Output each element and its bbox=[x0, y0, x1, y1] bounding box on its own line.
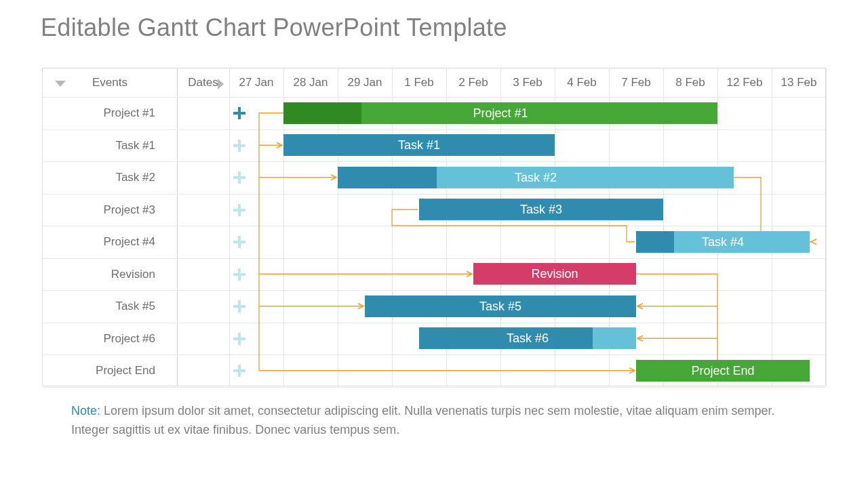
svg-rect-15 bbox=[233, 338, 245, 340]
row-label: Project End bbox=[43, 354, 177, 386]
gantt-bar[interactable]: Task #3 bbox=[419, 199, 663, 220]
date-header: 27 Jan bbox=[229, 68, 283, 97]
gantt-bar[interactable]: Project End bbox=[636, 360, 810, 382]
date-header: 7 Feb bbox=[609, 68, 663, 97]
date-header: 28 Jan bbox=[283, 68, 338, 97]
svg-rect-1 bbox=[233, 112, 245, 115]
row-label: Project #6 bbox=[43, 323, 177, 354]
svg-rect-9 bbox=[233, 241, 245, 243]
svg-rect-3 bbox=[233, 144, 245, 147]
row-label: Project #4 bbox=[43, 226, 177, 258]
expand-icon[interactable] bbox=[233, 106, 246, 120]
svg-rect-11 bbox=[233, 273, 245, 276]
expand-icon[interactable] bbox=[233, 268, 246, 281]
date-header: 3 Feb bbox=[500, 68, 555, 97]
date-header: 13 Feb bbox=[772, 68, 826, 97]
date-header: 29 Jan bbox=[338, 68, 392, 97]
col-header-events: Events bbox=[43, 68, 177, 97]
row-label: Project #1 bbox=[43, 97, 177, 129]
gantt-bar[interactable]: Task #2 bbox=[338, 167, 734, 188]
row-label: Task #5 bbox=[43, 290, 177, 322]
expand-icon[interactable] bbox=[233, 332, 246, 346]
row-label: Task #1 bbox=[43, 129, 177, 161]
expand-icon[interactable] bbox=[233, 300, 246, 313]
row-label: Revision bbox=[43, 258, 177, 290]
expand-icon[interactable] bbox=[233, 364, 246, 378]
row-label: Project #3 bbox=[43, 194, 177, 226]
svg-rect-5 bbox=[233, 176, 245, 179]
gantt-bar[interactable]: Task #1 bbox=[283, 134, 555, 156]
date-header: 1 Feb bbox=[392, 68, 446, 97]
date-header: 4 Feb bbox=[555, 68, 609, 97]
gantt-bar[interactable]: Revision bbox=[473, 263, 636, 285]
date-header: 12 Feb bbox=[717, 68, 772, 97]
expand-icon[interactable] bbox=[233, 203, 246, 217]
gantt-bar[interactable]: Task #4 bbox=[636, 231, 810, 253]
expand-icon[interactable] bbox=[233, 171, 246, 184]
svg-rect-17 bbox=[233, 369, 245, 372]
date-header: 8 Feb bbox=[663, 68, 717, 97]
expand-icon[interactable] bbox=[233, 139, 246, 152]
gantt-chart: Events Dates 27 Jan28 Jan29 Jan1 Feb2 Fe… bbox=[42, 68, 826, 386]
note-text: Note: Lorem ipsum dolor sit amet, consec… bbox=[71, 402, 804, 440]
date-header: 2 Feb bbox=[446, 68, 500, 97]
row-label: Task #2 bbox=[43, 161, 177, 193]
expand-icon[interactable] bbox=[233, 235, 246, 249]
gantt-bar[interactable]: Task #6 bbox=[419, 327, 636, 349]
col-header-dates: Dates bbox=[178, 68, 229, 97]
page-title: Editable Gantt Chart PowerPoint Template bbox=[41, 14, 507, 42]
gantt-bar[interactable]: Project #1 bbox=[283, 102, 717, 124]
svg-rect-13 bbox=[233, 305, 245, 308]
gantt-bar[interactable]: Task #5 bbox=[365, 296, 636, 317]
svg-rect-7 bbox=[233, 209, 245, 211]
